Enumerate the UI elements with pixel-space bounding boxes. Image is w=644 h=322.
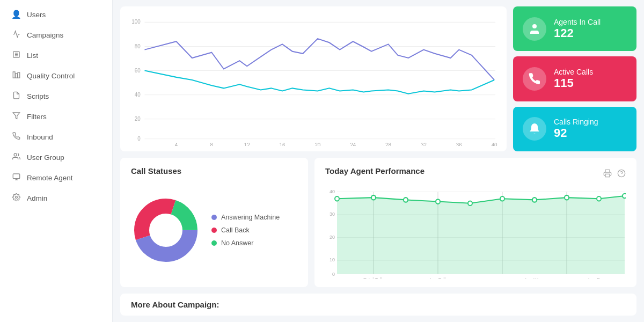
sidebar-label-campaigns: Campaigns	[27, 31, 63, 39]
svg-text:28: 28	[385, 142, 391, 146]
users-icon: 👤	[11, 10, 21, 19]
sidebar-item-campaigns[interactable]: Campaigns	[0, 25, 112, 45]
sidebar-label-user-group: User Group	[27, 153, 64, 162]
quality-control-icon	[11, 71, 21, 80]
svg-point-35	[532, 24, 537, 28]
sidebar-item-inbound[interactable]: Inbound	[0, 127, 112, 147]
svg-text:80: 80	[135, 43, 141, 49]
sidebar-item-remote-agent[interactable]: Remote Agent	[0, 167, 112, 188]
sidebar-label-quality-control: Quality Control	[27, 72, 75, 80]
svg-text:20: 20	[135, 116, 141, 122]
active-calls-text: Active Calls 115	[554, 68, 593, 90]
legend-dot-no-answer	[211, 240, 217, 246]
svg-text:8: 8	[210, 142, 214, 146]
donut-legend-row: Answering Machine Call Back No Answer	[131, 182, 297, 279]
svg-rect-40	[605, 174, 610, 177]
svg-point-58	[371, 195, 376, 200]
sidebar-item-filters[interactable]: Filters	[0, 106, 112, 127]
more-campaign-title: More About Campaign:	[131, 300, 626, 309]
sidebar-label-filters: Filters	[27, 113, 47, 121]
active-calls-icon	[523, 67, 546, 91]
stat-card-agents-in-call: Agents In Call 122	[513, 6, 636, 51]
svg-text:0: 0	[137, 136, 141, 142]
agents-in-call-text: Agents In Call 122	[554, 18, 601, 40]
svg-text:32: 32	[421, 142, 427, 146]
svg-point-59	[404, 197, 408, 202]
sidebar-item-list[interactable]: List	[0, 45, 112, 65]
calls-ringing-value: 92	[554, 126, 598, 140]
sidebar-label-admin: Admin	[27, 194, 47, 202]
svg-text:40: 40	[135, 92, 141, 98]
svg-text:20: 20	[330, 234, 335, 239]
legend-item-no-answer: No Answer	[211, 239, 280, 247]
stat-card-calls-ringing: Calls Ringing 92	[513, 107, 636, 151]
svg-text:20: 20	[314, 142, 320, 146]
line-chart-card: 100 80 60 40 20 0 4 8 12 16 20 24	[120, 6, 507, 151]
svg-text:Avg Talk: Avg Talk	[429, 277, 447, 279]
agents-in-call-icon	[523, 17, 546, 41]
sidebar-item-scripts[interactable]: Scripts	[0, 86, 112, 106]
svg-text:30: 30	[330, 211, 335, 217]
agent-perf-icons	[603, 169, 626, 180]
call-statuses-card: Call Statuses Answering Machine	[120, 158, 308, 287]
stat-cards-container: Agents In Call 122 Active Calls 115	[513, 6, 636, 151]
sidebar-item-admin[interactable]: Admin	[0, 188, 112, 208]
print-icon[interactable]	[603, 169, 612, 180]
top-row: 100 80 60 40 20 0 4 8 12 16 20 24	[120, 6, 636, 151]
sidebar-label-scripts: Scripts	[27, 92, 49, 100]
svg-text:12: 12	[244, 142, 250, 146]
line-chart-svg: 100 80 60 40 20 0 4 8 12 16 20 24	[129, 14, 498, 146]
svg-text:40: 40	[492, 142, 497, 146]
active-calls-value: 115	[554, 76, 593, 90]
agents-in-call-label: Agents In Call	[554, 18, 601, 26]
svg-rect-9	[13, 174, 20, 179]
svg-text:Avg Wrap: Avg Wrap	[524, 277, 545, 279]
svg-text:Avg Pause: Avg Pause	[587, 277, 610, 279]
bottom-row: Call Statuses Answering Machine	[120, 158, 636, 287]
calls-ringing-icon	[523, 117, 546, 141]
agents-in-call-value: 122	[554, 26, 601, 40]
user-group-icon	[11, 152, 21, 162]
sidebar-item-users[interactable]: 👤 Users	[0, 4, 112, 25]
svg-text:40: 40	[330, 188, 335, 194]
donut-chart-svg	[131, 195, 201, 265]
active-calls-label: Active Calls	[554, 68, 593, 76]
legend-item-call-back: Call Back	[211, 226, 280, 234]
svg-text:100: 100	[131, 19, 141, 25]
legend-label-no-answer: No Answer	[221, 239, 253, 247]
sidebar-label-list: List	[27, 52, 38, 60]
svg-point-39	[150, 214, 182, 246]
stat-card-active-calls: Active Calls 115	[513, 56, 636, 101]
sidebar-item-quality-control[interactable]: Quality Control	[0, 65, 112, 86]
help-icon[interactable]	[617, 169, 626, 180]
svg-point-8	[14, 153, 17, 156]
call-statuses-title: Call Statuses	[131, 166, 297, 175]
remote-agent-icon	[11, 173, 21, 182]
svg-point-61	[468, 201, 472, 206]
inbound-icon	[11, 132, 21, 142]
svg-point-12	[15, 196, 17, 199]
area-chart-container: 40 30 20 10 0	[325, 187, 626, 279]
donut-legend: Answering Machine Call Back No Answer	[211, 214, 280, 247]
svg-text:24: 24	[350, 142, 356, 146]
sidebar-item-user-group[interactable]: User Group	[0, 147, 112, 167]
legend-label-call-back: Call Back	[221, 226, 250, 234]
agent-perf-title: Today Agent Performance	[325, 166, 425, 175]
sidebar-label-remote-agent: Remote Agent	[27, 174, 73, 182]
filters-icon	[11, 112, 21, 121]
agent-perf-header: Today Agent Performance	[325, 166, 626, 182]
legend-dot-call-back	[211, 228, 217, 233]
legend-label-answering-machine: Answering Machine	[221, 214, 280, 221]
svg-marker-7	[13, 113, 20, 119]
svg-text:10: 10	[330, 257, 335, 262]
svg-text:0: 0	[332, 271, 335, 276]
list-icon	[11, 50, 21, 60]
svg-point-63	[532, 197, 537, 202]
svg-text:16: 16	[280, 142, 286, 146]
svg-point-57	[335, 196, 339, 201]
sidebar-label-users: Users	[27, 11, 46, 19]
agent-performance-card: Today Agent Performance 40 30 20	[314, 158, 636, 287]
svg-rect-4	[13, 72, 15, 78]
sidebar: 👤 Users Campaigns List Quality Control S…	[0, 0, 113, 322]
svg-point-62	[500, 196, 504, 201]
